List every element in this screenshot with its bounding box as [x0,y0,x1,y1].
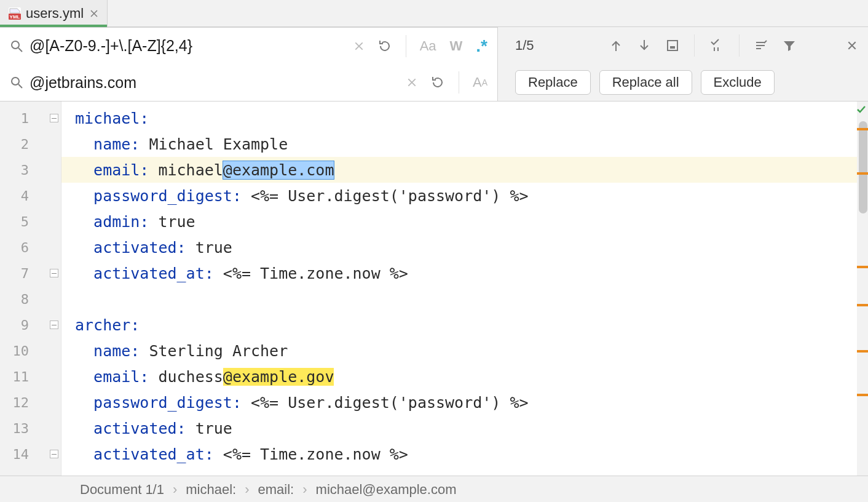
clear-replace-icon[interactable] [407,78,417,87]
filter-icon[interactable] [783,39,796,52]
replace-history-icon[interactable] [430,75,445,90]
chevron-right-icon: › [302,482,307,498]
svg-point-6 [12,78,19,85]
line-number: 6 [0,234,61,260]
history-icon[interactable] [377,39,392,54]
line-number: 2 [0,131,61,157]
svg-point-3 [12,41,19,49]
inspection-ok-icon [856,104,867,115]
line-number: 12 [0,389,61,415]
search-match: @example.gov [223,368,334,386]
search-input[interactable] [22,37,344,55]
search-right-panel: 1/5 [498,34,868,57]
fold-toggle-icon[interactable] [50,114,58,122]
replace-button[interactable]: Replace [515,70,591,95]
code-line[interactable]: password_digest: <%= User.digest('passwo… [61,183,868,209]
code-line[interactable]: password_digest: <%= User.digest('passwo… [61,389,868,415]
find-replace-toolbar: Aa W .* 1/5 [0,27,868,102]
yml-file-icon: YML [9,7,21,20]
fold-toggle-icon[interactable] [50,450,58,458]
code-line[interactable] [61,286,868,312]
svg-text:YML: YML [10,14,20,20]
search-match: @example.com [223,161,334,179]
replace-input[interactable] [22,74,397,92]
separator [459,71,459,94]
preserve-case-toggle[interactable]: AA [473,74,487,90]
match-case-toggle[interactable]: Aa [420,38,436,54]
search-icon [10,39,23,53]
code-line[interactable]: activated: true [61,415,868,441]
line-number: 9 [0,312,61,338]
code-area[interactable]: michael: name: Michael Example email: mi… [61,102,868,476]
overview-mark[interactable] [857,266,868,268]
line-number: 7 [0,260,61,286]
breadcrumb-item[interactable]: michael: [186,482,236,498]
line-number: 5 [0,209,61,234]
line-number: 3 [0,157,61,183]
line-number: 13 [0,415,61,441]
overview-mark[interactable] [857,128,868,130]
clear-search-icon[interactable] [354,41,364,51]
overview-mark[interactable] [857,394,868,396]
match-counter: 1/5 [515,38,558,54]
replace-all-button[interactable]: Replace all [599,70,692,95]
code-line[interactable]: michael: [61,105,868,131]
line-number: 1 [0,105,61,131]
add-selection-icon[interactable] [709,39,724,52]
code-line[interactable]: name: Sterling Archer [61,338,868,364]
whole-words-toggle[interactable]: W [450,38,463,54]
fold-toggle-icon[interactable] [50,321,58,329]
select-all-occurrences-icon[interactable] [666,39,679,52]
code-line[interactable]: email: duchess@example.gov [61,364,868,389]
chevron-right-icon: › [245,482,249,498]
code-editor[interactable]: 1234567891011121314 michael: name: Micha… [0,102,868,476]
separator [694,34,695,57]
code-line[interactable]: activated_at: <%= Time.zone.now %> [61,260,868,286]
code-line[interactable]: name: Michael Example [61,131,868,157]
chevron-right-icon: › [173,482,177,498]
close-tab-icon[interactable] [90,9,98,18]
replace-buttons-panel: Replace Replace all Exclude [498,70,868,95]
overview-strip[interactable] [857,102,868,476]
fold-toggle-icon[interactable] [50,269,58,277]
search-field-wrap: Aa W .* [0,27,498,64]
code-line[interactable]: activated: true [61,234,868,260]
code-line[interactable]: activated_at: <%= Time.zone.now %> [61,441,868,467]
code-line[interactable]: email: michael@example.com [61,157,868,183]
line-number: 11 [0,364,61,389]
scrollbar-thumb[interactable] [859,121,867,213]
overview-mark[interactable] [857,304,868,306]
file-tab[interactable]: YML users.yml [0,0,108,26]
breadcrumb-document[interactable]: Document 1/1 [80,482,164,498]
overview-mark[interactable] [857,172,868,175]
line-number: 4 [0,183,61,209]
line-number: 14 [0,441,61,467]
overview-mark[interactable] [857,350,868,353]
breadcrumb-item[interactable]: email: [258,482,294,498]
replace-field-wrap: AA [0,64,498,101]
breadcrumb-bar: Document 1/1 › michael: › email: › micha… [0,476,868,502]
code-line[interactable]: archer: [61,312,868,338]
tab-bar: YML users.yml [0,0,868,27]
line-number: 10 [0,338,61,364]
svg-rect-4 [668,41,677,50]
close-search-icon[interactable] [847,41,857,50]
open-in-find-window-icon[interactable] [754,39,768,52]
separator [739,34,740,57]
separator [406,35,406,57]
next-match-icon[interactable] [637,39,651,52]
replace-icon [10,76,23,89]
breadcrumb-item[interactable]: michael@example.com [316,482,457,498]
exclude-button[interactable]: Exclude [701,70,775,95]
line-number: 8 [0,286,61,312]
tab-filename: users.yml [26,6,84,22]
prev-match-icon[interactable] [609,39,623,52]
code-line[interactable]: admin: true [61,209,868,234]
gutter: 1234567891011121314 [0,102,61,476]
svg-rect-5 [670,46,675,49]
